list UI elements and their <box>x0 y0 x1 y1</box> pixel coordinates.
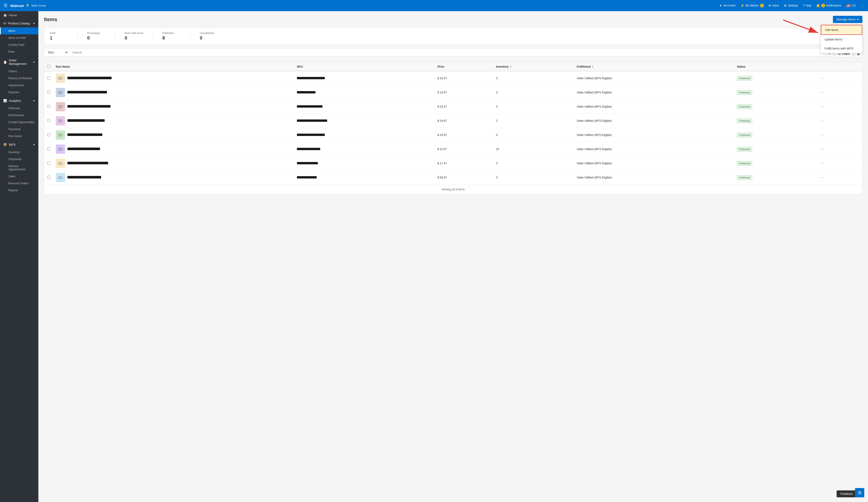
manage-items-button[interactable]: Manage Items ▾ <box>833 16 862 23</box>
price-cell: $ 23.47 <box>435 71 493 85</box>
row-checkbox[interactable] <box>47 133 50 136</box>
sidebar-group-header-order-management[interactable]: 📋 Order Management ▼ <box>0 56 38 68</box>
grid-action-button[interactable]: ⊞ <box>855 488 864 497</box>
dropdown-fulfill-wfs[interactable]: Fulfill items with WFS <box>821 44 862 53</box>
analytics-icon: 📊 <box>3 99 7 103</box>
sidebar-group-header-wfs[interactable]: 📦 WFS ▼ <box>0 140 38 149</box>
price-cell: $ 19.97 <box>435 85 493 100</box>
svg-rect-13 <box>58 148 63 151</box>
sku-select[interactable]: SKU Item Name GTIN Product ID <box>47 50 69 54</box>
fulfillment-cell: Seller fulfilled (WFS Eligible) <box>574 114 734 128</box>
sidebar-item-adjustments[interactable]: Adjustments <box>0 82 38 89</box>
table-row: $ 59.970Seller fulfilled (WFS Eligible)P… <box>44 170 862 185</box>
status-badge: Published <box>737 76 752 81</box>
status-cell: Published <box>734 100 817 114</box>
status-cell: Published <box>734 142 817 156</box>
items-table-wrapper: Item Name SKU Price Inventory ℹ Fulfillm… <box>44 62 862 194</box>
sidebar-group-order-management: 📋 Order Management ▼ Orders Returns & Re… <box>0 56 38 96</box>
sidebar-item-activity-feed[interactable]: Activity Feed <box>0 41 38 48</box>
more-actions-button[interactable]: ··· <box>819 118 825 123</box>
home-label: Home <box>9 13 17 17</box>
more-actions-button[interactable]: ··· <box>819 76 825 81</box>
item-thumbnail <box>56 74 65 83</box>
dropdown-add-items[interactable]: Add items <box>821 25 862 35</box>
dropdown-update-items[interactable]: Update items <box>821 35 862 44</box>
more-actions-button[interactable]: ··· <box>819 147 825 152</box>
redacted-item-name <box>68 91 107 93</box>
row-checkbox[interactable] <box>47 91 50 94</box>
sidebar-item-price[interactable]: Price <box>0 48 38 55</box>
notifications-nav[interactable]: 🔔 1 Notifications <box>816 4 841 8</box>
status-badge: Published <box>737 104 752 109</box>
walmart-logo[interactable]: Walmart ✦ Seller Center <box>10 2 46 9</box>
sidebar-item-items-on-hold[interactable]: Items on Hold <box>0 34 38 41</box>
app-body: 🏠 Home 🏷 Product Catalog ▼ Items Items o… <box>0 11 868 502</box>
viewing-text: Viewing all 8 items <box>442 188 465 191</box>
row-checkbox[interactable] <box>47 76 50 80</box>
sidebar-item-items[interactable]: Items <box>0 28 38 34</box>
sidebar-item-delivery-appointments[interactable]: Delivery Appointments <box>0 163 38 173</box>
stat-unpublished-value: 0 <box>200 35 218 41</box>
sidebar-group-header-product-catalog[interactable]: 🏷 Product Catalog ▼ <box>0 19 38 28</box>
sidebar-item-disputes[interactable]: Disputes <box>0 89 38 96</box>
product-catalog-icon: 🏷 <box>3 22 6 25</box>
search-bar: SKU Item Name GTIN Product ID 🔍 <box>44 48 833 56</box>
sidebar-item-sales[interactable]: Sales <box>0 173 38 180</box>
us-nav[interactable]: 🇺🇸 US <box>846 3 856 8</box>
sidebar-item-reports[interactable]: Reports <box>0 187 38 194</box>
select-all-checkbox[interactable] <box>47 65 50 68</box>
sidebar-item-shipments[interactable]: Shipments <box>0 156 38 163</box>
sidebar-item-overview[interactable]: Overview <box>0 105 38 112</box>
item-thumbnail <box>56 145 65 154</box>
item-thumbnail <box>56 102 65 111</box>
help-nav[interactable]: ? Help <box>803 4 811 8</box>
hamburger-menu-icon[interactable]: ☰ <box>4 3 8 8</box>
redacted-sku <box>297 134 325 136</box>
sku-cell <box>294 114 435 128</box>
row-checkbox[interactable] <box>47 105 50 108</box>
row-checkbox[interactable] <box>47 176 50 179</box>
fulfillment-cell: Seller fulfilled (WFS Eligible) <box>574 142 734 156</box>
sidebar-item-performance[interactable]: Performance <box>0 112 38 119</box>
svg-rect-3 <box>58 77 63 80</box>
more-actions-button[interactable]: ··· <box>819 161 825 166</box>
row-checkbox[interactable] <box>47 119 50 122</box>
chevron-down-icon-analytics: ▼ <box>33 100 35 102</box>
sidebar-item-growth-opportunities[interactable]: Growth Opportunities <box>0 119 38 126</box>
sidebar-item-returns-refunds[interactable]: Returns & Refunds <box>0 75 38 82</box>
sidebar-item-file-center[interactable]: File Center <box>0 133 38 140</box>
svg-rect-17 <box>58 176 63 179</box>
more-actions-button[interactable]: ··· <box>819 175 825 180</box>
sidebar-group-header-analytics[interactable]: 📊 Analytics ▼ <box>0 97 38 105</box>
redacted-sku <box>297 176 317 178</box>
feedback-button[interactable]: Feedback <box>837 490 856 497</box>
row-checkbox[interactable] <box>47 161 50 165</box>
more-actions-button[interactable]: ··· <box>819 133 825 138</box>
inventory-info-icon[interactable]: ℹ <box>510 65 511 68</box>
header-checkbox-cell <box>44 63 53 71</box>
notifications-icon: 🔔 <box>816 4 820 8</box>
search-input[interactable] <box>72 51 825 54</box>
fulfillment-info-icon[interactable]: ℹ <box>592 65 593 68</box>
sidebar-item-payments[interactable]: Payments <box>0 126 38 133</box>
table-row: $ 31.9710Seller fulfilled (WFS Eligible)… <box>44 142 862 156</box>
chevron-down-icon-wfs: ▼ <box>33 143 35 146</box>
settings-icon: ⚙ <box>784 4 787 8</box>
ad-center-nav[interactable]: ✦ Ad Center <box>719 4 736 8</box>
biz-mentor-label: Biz Mentor <box>745 4 759 7</box>
more-actions-button[interactable]: ··· <box>819 104 825 109</box>
status-badge: Published <box>737 175 752 180</box>
settings-nav[interactable]: ⚙ Settings <box>784 4 798 8</box>
status-badge: Published <box>737 133 752 137</box>
sidebar-item-home[interactable]: 🏠 Home <box>0 11 38 19</box>
table-row: $ 23.470Seller fulfilled (WFS Eligible)P… <box>44 100 862 114</box>
row-checkbox[interactable] <box>47 147 50 150</box>
more-actions-button[interactable]: ··· <box>819 90 825 95</box>
header-price: Price <box>435 63 493 71</box>
profile-nav[interactable]: 👤 <box>860 4 864 8</box>
biz-mentor-nav[interactable]: ⚡ Biz Mentor 1 <box>740 4 764 8</box>
sidebar-item-orders[interactable]: Orders <box>0 68 38 75</box>
sidebar-item-inventory[interactable]: Inventory <box>0 149 38 156</box>
sidebar-item-removal-orders[interactable]: Removal Orders <box>0 180 38 187</box>
inbox-nav[interactable]: ✉ Inbox <box>768 4 779 8</box>
